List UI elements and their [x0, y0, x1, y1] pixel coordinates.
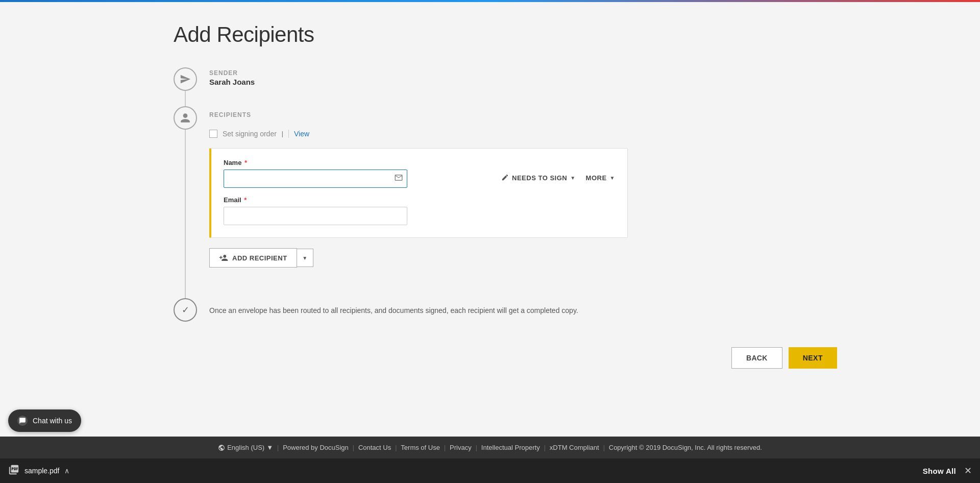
name-label: Name *: [224, 159, 501, 166]
more-button[interactable]: MORE ▼: [586, 174, 615, 182]
send-icon: [180, 74, 191, 85]
add-person-icon: [219, 253, 228, 262]
completion-text: Once an envelope has been routed to all …: [209, 298, 578, 316]
sender-step: SENDER Sarah Joans: [174, 67, 633, 91]
contact-icon[interactable]: [394, 173, 403, 184]
show-all-button[interactable]: Show All: [923, 467, 956, 475]
completion-step: ✓ Once an envelope has been routed to al…: [174, 298, 633, 322]
more-label: MORE: [586, 174, 607, 182]
more-dropdown-arrow: ▼: [610, 175, 615, 181]
email-section: Email *: [224, 196, 615, 225]
footer-copyright: Copyright © 2019 DocuSign, Inc. All righ…: [609, 444, 762, 451]
sender-icon: [174, 67, 197, 91]
close-taskbar-button[interactable]: ✕: [964, 465, 972, 476]
needs-to-sign-dropdown-arrow: ▼: [570, 175, 575, 181]
signing-order-row: Set signing order | View: [174, 130, 309, 138]
recipient-card: Name *: [209, 148, 628, 238]
person-icon: [180, 112, 191, 124]
taskbar-chevron-up[interactable]: ∧: [64, 467, 69, 475]
add-recipient-dropdown[interactable]: ▼: [297, 249, 313, 267]
name-required: *: [242, 159, 247, 166]
add-recipient-button[interactable]: ADD RECIPIENT: [209, 248, 297, 268]
taskbar-filename: sample.pdf: [24, 467, 59, 475]
signing-order-checkbox[interactable]: [209, 130, 217, 138]
action-buttons: NEEDS TO SIGN ▼ MORE ▼: [501, 164, 615, 183]
footer-privacy[interactable]: Privacy: [450, 444, 472, 451]
footer-language[interactable]: English (US) ▼: [218, 444, 273, 451]
name-input-wrapper: [224, 170, 407, 188]
email-input[interactable]: [224, 207, 407, 225]
sender-content: SENDER Sarah Joans: [209, 67, 633, 86]
add-recipient-label: ADD RECIPIENT: [232, 254, 287, 262]
email-required: *: [242, 196, 247, 204]
page-title: Add Recipients: [174, 22, 314, 47]
footer-contact-us[interactable]: Contact Us: [358, 444, 391, 451]
checkmark-icon: ✓: [182, 304, 189, 316]
back-button[interactable]: BACK: [731, 347, 782, 369]
sender-name: Sarah Joans: [209, 78, 633, 86]
recipients-content: RECIPIENTS: [209, 106, 633, 118]
add-recipient-row: ADD RECIPIENT ▼: [209, 248, 313, 268]
sender-label: SENDER: [209, 69, 633, 77]
taskbar-file: sample.pdf ∧: [8, 464, 69, 478]
recipients-step: RECIPIENTS Set signing order | View Name…: [174, 106, 633, 283]
recipients-label: RECIPIENTS: [209, 108, 633, 118]
pdf-icon: [8, 464, 19, 478]
chat-button[interactable]: Chat with us: [8, 409, 81, 432]
footer-terms[interactable]: Terms of Use: [401, 444, 440, 451]
chat-bubble-icon: [17, 416, 28, 426]
pencil-icon: [501, 174, 509, 183]
footer-intellectual-property[interactable]: Intellectual Property: [481, 444, 540, 451]
globe-icon: [218, 444, 225, 451]
taskbar: sample.pdf ∧ Show All ✕: [0, 458, 980, 483]
name-section: Name *: [224, 159, 501, 188]
name-input[interactable]: [224, 170, 407, 188]
needs-to-sign-button[interactable]: NEEDS TO SIGN ▼: [501, 174, 576, 183]
recipient-card-header: Name *: [224, 159, 615, 188]
main-content: Add Recipients SENDER Sarah Joans: [0, 2, 980, 437]
footer-lang-arrow: ▼: [266, 444, 273, 451]
signing-order-text: Set signing order: [223, 130, 277, 138]
footer-powered-by: Powered by DocuSign: [283, 444, 349, 451]
email-label: Email *: [224, 196, 615, 204]
footer: English (US) ▼ | Powered by DocuSign | C…: [0, 437, 980, 458]
view-link[interactable]: View: [288, 130, 309, 138]
taskbar-right: Show All ✕: [923, 465, 972, 476]
next-button[interactable]: NEXT: [789, 347, 837, 369]
footer-language-text: English (US): [227, 444, 264, 451]
needs-to-sign-label: NEEDS TO SIGN: [512, 174, 567, 182]
chat-label: Chat with us: [33, 417, 72, 425]
recipients-icon: [174, 106, 197, 130]
workflow: SENDER Sarah Joans RECIPIENTS Set signin…: [174, 67, 633, 337]
footer-xdtm[interactable]: xDTM Compliant: [550, 444, 599, 451]
completion-icon: ✓: [174, 298, 197, 322]
nav-buttons: BACK NEXT: [174, 347, 980, 369]
